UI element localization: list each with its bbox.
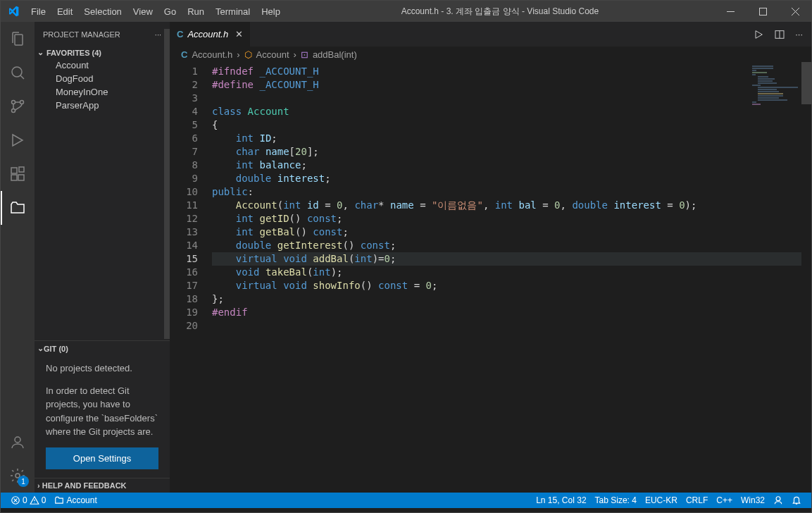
warnings-count: 0 <box>42 495 46 505</box>
breadcrumb[interactable]: C Account.h › ⬡ Account › ⊡ addBal(int) <box>170 47 811 62</box>
project-item[interactable]: DogFood <box>35 72 170 85</box>
menu-view[interactable]: View <box>127 6 158 17</box>
more-icon[interactable]: ··· <box>795 29 803 39</box>
svg-rect-1 <box>759 8 766 15</box>
problems-status[interactable]: 0 0 <box>6 495 50 505</box>
main-menu: File Edit Selection View Go Run Terminal… <box>25 6 286 17</box>
sidebar: PROJECT MANAGER ··· ⌄FAVORITES (4) Accou… <box>35 22 170 493</box>
minimize-button[interactable] <box>714 1 747 22</box>
menu-edit[interactable]: Edit <box>51 6 78 17</box>
minimap[interactable] <box>738 66 801 150</box>
run-file-icon[interactable] <box>753 29 764 40</box>
favorites-header[interactable]: ⌄FAVORITES (4) <box>35 47 170 58</box>
project-item[interactable]: ParserApp <box>35 99 170 112</box>
notifications-icon[interactable] <box>787 495 806 505</box>
method-icon: ⊡ <box>301 49 308 60</box>
svg-point-4 <box>20 101 24 104</box>
menu-go[interactable]: Go <box>158 6 182 17</box>
c-file-icon: C <box>181 49 187 60</box>
eol[interactable]: CRLF <box>682 495 712 505</box>
close-button[interactable] <box>779 1 811 22</box>
svg-rect-7 <box>11 175 17 180</box>
svg-point-3 <box>12 101 15 104</box>
platform[interactable]: Win32 <box>737 495 769 505</box>
sidebar-header: PROJECT MANAGER ··· <box>35 22 170 47</box>
tab-label: Account.h <box>187 29 228 39</box>
help-header[interactable]: › HELP AND FEEDBACK <box>35 478 170 493</box>
titlebar: File Edit Selection View Go Run Terminal… <box>1 1 811 22</box>
errors-count: 0 <box>23 495 27 505</box>
chevron-down-icon: ⌄ <box>37 344 44 353</box>
sidebar-scrollbar[interactable] <box>164 29 170 339</box>
editor-scrollbar[interactable] <box>801 62 811 104</box>
editor-group: C Account.h ✕ ··· C Account.h › ⬡ Accoun… <box>170 22 811 493</box>
language-mode[interactable]: C++ <box>712 495 737 505</box>
git-msg: No projects detected. <box>46 361 158 376</box>
svg-point-10 <box>15 437 20 443</box>
code-lines[interactable]: #ifndef _ACCOUNT_H#define _ACCOUNT_Hclas… <box>212 65 811 493</box>
settings-gear-icon[interactable]: 1 <box>1 459 35 493</box>
chevron-down-icon: ⌄ <box>37 48 44 57</box>
svg-point-2 <box>12 67 22 77</box>
open-settings-button[interactable]: Open Settings <box>46 447 158 470</box>
project-item[interactable]: MoneyInOne <box>35 85 170 99</box>
breadcrumb-class[interactable]: Account <box>256 49 289 60</box>
maximize-button[interactable] <box>747 1 779 22</box>
menu-terminal[interactable]: Terminal <box>210 6 256 17</box>
svg-point-14 <box>776 497 780 501</box>
git-msg: In order to detect Git projects, you hav… <box>46 384 158 439</box>
vscode-logo-icon <box>1 6 25 17</box>
tab-size[interactable]: Tab Size: 4 <box>591 495 641 505</box>
branch-name: Account <box>66 495 96 505</box>
explorer-icon[interactable] <box>1 22 35 56</box>
breadcrumb-file[interactable]: Account.h <box>192 49 232 60</box>
svg-point-5 <box>12 109 15 113</box>
svg-rect-0 <box>727 11 735 12</box>
project-manager-icon[interactable] <box>1 191 35 225</box>
chevron-right-icon: › <box>237 49 239 60</box>
help-label: HELP AND FEEDBACK <box>42 481 127 490</box>
menu-run[interactable]: Run <box>182 6 210 17</box>
c-file-icon: C <box>177 29 183 39</box>
class-icon: ⬡ <box>244 49 252 60</box>
menu-help[interactable]: Help <box>256 6 286 17</box>
branch-status[interactable]: Account <box>50 495 101 505</box>
svg-rect-8 <box>18 175 24 180</box>
cursor-position[interactable]: Ln 15, Col 32 <box>532 495 590 505</box>
svg-rect-9 <box>19 167 24 172</box>
search-icon[interactable] <box>1 56 35 89</box>
activity-bar: 1 <box>1 22 35 493</box>
feedback-icon[interactable] <box>769 495 787 505</box>
tab-account-h[interactable]: C Account.h ✕ <box>170 22 251 47</box>
chevron-right-icon: › <box>294 49 296 60</box>
chevron-right-icon: › <box>37 481 40 490</box>
more-icon[interactable]: ··· <box>155 30 161 39</box>
close-tab-icon[interactable]: ✕ <box>235 29 243 39</box>
sidebar-title: PROJECT MANAGER <box>43 30 120 39</box>
split-editor-icon[interactable] <box>774 29 785 40</box>
settings-badge: 1 <box>18 476 29 487</box>
run-icon[interactable] <box>1 123 35 157</box>
breadcrumb-method[interactable]: addBal(int) <box>313 49 357 60</box>
menu-file[interactable]: File <box>25 6 51 17</box>
encoding[interactable]: EUC-KR <box>641 495 682 505</box>
source-control-icon[interactable] <box>1 89 35 123</box>
window-title: Account.h - 3. 계좌 입출금 양식 - Visual Studio… <box>286 6 714 18</box>
extensions-icon[interactable] <box>1 157 35 191</box>
menu-selection[interactable]: Selection <box>78 6 127 17</box>
favorites-label: FAVORITES (4) <box>46 49 101 57</box>
tab-bar: C Account.h ✕ ··· <box>170 22 811 47</box>
accounts-icon[interactable] <box>1 425 35 459</box>
line-numbers: 1234567891011121314151617181920 <box>170 65 212 493</box>
status-bar: 0 0 Account Ln 15, Col 32 Tab Size: 4 EU… <box>1 493 811 508</box>
git-label: GIT (0) <box>44 345 68 353</box>
svg-rect-6 <box>11 168 17 173</box>
project-item[interactable]: Account <box>35 58 170 72</box>
code-editor[interactable]: 1234567891011121314151617181920 #ifndef … <box>170 62 811 493</box>
git-header[interactable]: ⌄GIT (0) <box>35 341 170 356</box>
